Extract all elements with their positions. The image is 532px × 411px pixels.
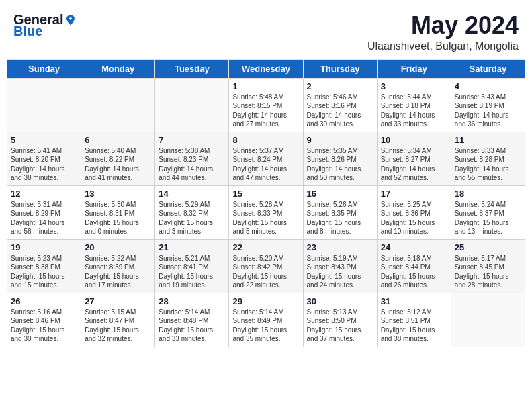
day-info: Sunrise: 5:22 AM Sunset: 8:39 PM Dayligh… (85, 254, 151, 290)
day-number: 20 (85, 242, 151, 253)
calendar-cell: 19Sunrise: 5:23 AM Sunset: 8:38 PM Dayli… (7, 239, 81, 293)
day-info: Sunrise: 5:33 AM Sunset: 8:28 PM Dayligh… (455, 146, 521, 183)
col-monday: Monday (81, 59, 155, 78)
calendar-cell: 9Sunrise: 5:35 AM Sunset: 8:26 PM Daylig… (303, 132, 377, 185)
day-info: Sunrise: 5:44 AM Sunset: 8:18 PM Dayligh… (381, 93, 447, 129)
calendar-cell: 5Sunrise: 5:41 AM Sunset: 8:20 PM Daylig… (7, 132, 81, 185)
day-number: 2 (307, 81, 373, 91)
day-info: Sunrise: 5:25 AM Sunset: 8:36 PM Dayligh… (381, 200, 447, 236)
day-number: 11 (455, 135, 521, 145)
calendar-cell: 7Sunrise: 5:38 AM Sunset: 8:23 PM Daylig… (155, 132, 229, 185)
calendar-cell: 25Sunrise: 5:17 AM Sunset: 8:45 PM Dayli… (451, 239, 525, 293)
calendar-cell: 17Sunrise: 5:25 AM Sunset: 8:36 PM Dayli… (377, 185, 451, 239)
day-info: Sunrise: 5:41 AM Sunset: 8:20 PM Dayligh… (11, 146, 77, 183)
calendar-cell: 1Sunrise: 5:48 AM Sunset: 8:15 PM Daylig… (229, 78, 303, 132)
calendar-cell (81, 78, 155, 132)
calendar-cell: 14Sunrise: 5:29 AM Sunset: 8:32 PM Dayli… (155, 185, 229, 239)
day-info: Sunrise: 5:48 AM Sunset: 8:15 PM Dayligh… (232, 93, 299, 129)
calendar-cell: 15Sunrise: 5:28 AM Sunset: 8:33 PM Dayli… (229, 185, 303, 239)
col-sunday: Sunday (7, 59, 81, 78)
calendar-cell: 20Sunrise: 5:22 AM Sunset: 8:39 PM Dayli… (81, 239, 155, 293)
day-number: 31 (381, 296, 447, 306)
day-number: 8 (232, 135, 299, 145)
day-number: 10 (381, 135, 447, 145)
day-number: 13 (85, 189, 151, 199)
calendar-cell: 3Sunrise: 5:44 AM Sunset: 8:18 PM Daylig… (377, 78, 451, 132)
day-info: Sunrise: 5:14 AM Sunset: 8:48 PM Dayligh… (159, 308, 225, 344)
day-info: Sunrise: 5:37 AM Sunset: 8:24 PM Dayligh… (232, 146, 299, 183)
day-number: 26 (11, 296, 77, 306)
day-info: Sunrise: 5:28 AM Sunset: 8:33 PM Dayligh… (232, 200, 299, 236)
calendar-cell: 18Sunrise: 5:24 AM Sunset: 8:37 PM Dayli… (451, 185, 525, 239)
calendar-cell (451, 293, 525, 347)
col-wednesday: Wednesday (229, 59, 303, 78)
day-info: Sunrise: 5:24 AM Sunset: 8:37 PM Dayligh… (455, 200, 521, 236)
day-info: Sunrise: 5:12 AM Sunset: 8:51 PM Dayligh… (381, 308, 447, 344)
day-number: 18 (455, 189, 521, 199)
day-info: Sunrise: 5:35 AM Sunset: 8:26 PM Dayligh… (307, 146, 373, 183)
day-number: 19 (11, 242, 77, 253)
calendar-week-5: 26Sunrise: 5:16 AM Sunset: 8:46 PM Dayli… (7, 293, 525, 347)
day-info: Sunrise: 5:29 AM Sunset: 8:32 PM Dayligh… (159, 200, 225, 236)
day-number: 27 (85, 296, 151, 306)
day-info: Sunrise: 5:34 AM Sunset: 8:27 PM Dayligh… (381, 146, 447, 183)
day-number: 16 (307, 189, 373, 199)
day-number: 22 (232, 242, 299, 253)
calendar-cell: 28Sunrise: 5:14 AM Sunset: 8:48 PM Dayli… (155, 293, 229, 347)
calendar-cell: 13Sunrise: 5:30 AM Sunset: 8:31 PM Dayli… (81, 185, 155, 239)
day-number: 23 (307, 242, 373, 253)
col-tuesday: Tuesday (155, 59, 229, 78)
calendar-cell: 22Sunrise: 5:20 AM Sunset: 8:42 PM Dayli… (229, 239, 303, 293)
day-info: Sunrise: 5:46 AM Sunset: 8:16 PM Dayligh… (307, 93, 373, 129)
day-info: Sunrise: 5:21 AM Sunset: 8:41 PM Dayligh… (159, 254, 225, 290)
day-info: Sunrise: 5:18 AM Sunset: 8:44 PM Dayligh… (381, 254, 447, 290)
header: General Blue May 2024 Ulaanshiveet, Bulg… (7, 7, 525, 56)
day-number: 4 (455, 81, 521, 91)
title-area: May 2024 Ulaanshiveet, Bulgan, Mongolia (367, 12, 519, 52)
col-saturday: Saturday (451, 59, 525, 78)
day-info: Sunrise: 5:26 AM Sunset: 8:35 PM Dayligh… (307, 200, 373, 236)
day-info: Sunrise: 5:38 AM Sunset: 8:23 PM Dayligh… (159, 146, 225, 183)
logo-blue-text: Blue (13, 24, 42, 39)
calendar-cell (155, 78, 229, 132)
calendar-cell: 4Sunrise: 5:43 AM Sunset: 8:19 PM Daylig… (451, 78, 525, 132)
calendar-cell: 31Sunrise: 5:12 AM Sunset: 8:51 PM Dayli… (377, 293, 451, 347)
calendar-cell: 10Sunrise: 5:34 AM Sunset: 8:27 PM Dayli… (377, 132, 451, 185)
calendar-cell: 12Sunrise: 5:31 AM Sunset: 8:29 PM Dayli… (7, 185, 81, 239)
day-info: Sunrise: 5:43 AM Sunset: 8:19 PM Dayligh… (455, 93, 521, 129)
day-info: Sunrise: 5:20 AM Sunset: 8:42 PM Dayligh… (232, 254, 299, 290)
calendar-cell: 16Sunrise: 5:26 AM Sunset: 8:35 PM Dayli… (303, 185, 377, 239)
calendar-cell: 2Sunrise: 5:46 AM Sunset: 8:16 PM Daylig… (303, 78, 377, 132)
day-number: 28 (159, 296, 225, 306)
day-number: 1 (232, 81, 299, 91)
day-info: Sunrise: 5:14 AM Sunset: 8:49 PM Dayligh… (232, 308, 299, 344)
calendar-cell: 26Sunrise: 5:16 AM Sunset: 8:46 PM Dayli… (7, 293, 81, 347)
logo-icon (64, 14, 77, 26)
day-info: Sunrise: 5:13 AM Sunset: 8:50 PM Dayligh… (307, 308, 373, 344)
day-number: 21 (159, 242, 225, 253)
col-friday: Friday (377, 59, 451, 78)
day-info: Sunrise: 5:40 AM Sunset: 8:22 PM Dayligh… (85, 146, 151, 183)
calendar-table: Sunday Monday Tuesday Wednesday Thursday… (7, 59, 525, 347)
day-number: 30 (307, 296, 373, 306)
main-title: May 2024 (367, 12, 519, 39)
day-number: 17 (381, 189, 447, 199)
col-thursday: Thursday (303, 59, 377, 78)
day-info: Sunrise: 5:30 AM Sunset: 8:31 PM Dayligh… (85, 200, 151, 236)
day-info: Sunrise: 5:31 AM Sunset: 8:29 PM Dayligh… (11, 200, 77, 236)
subtitle: Ulaanshiveet, Bulgan, Mongolia (367, 40, 519, 52)
day-number: 14 (159, 189, 225, 199)
calendar-cell: 23Sunrise: 5:19 AM Sunset: 8:43 PM Dayli… (303, 239, 377, 293)
calendar-cell: 30Sunrise: 5:13 AM Sunset: 8:50 PM Dayli… (303, 293, 377, 347)
day-info: Sunrise: 5:17 AM Sunset: 8:45 PM Dayligh… (455, 254, 521, 290)
calendar-week-2: 5Sunrise: 5:41 AM Sunset: 8:20 PM Daylig… (7, 132, 525, 185)
day-info: Sunrise: 5:23 AM Sunset: 8:38 PM Dayligh… (11, 254, 77, 290)
calendar-cell (7, 78, 81, 132)
logo: General Blue (13, 12, 77, 39)
calendar-week-1: 1Sunrise: 5:48 AM Sunset: 8:15 PM Daylig… (7, 78, 525, 132)
day-number: 5 (11, 135, 77, 145)
calendar-week-3: 12Sunrise: 5:31 AM Sunset: 8:29 PM Dayli… (7, 185, 525, 239)
calendar-week-4: 19Sunrise: 5:23 AM Sunset: 8:38 PM Dayli… (7, 239, 525, 293)
day-number: 12 (11, 189, 77, 199)
calendar-cell: 21Sunrise: 5:21 AM Sunset: 8:41 PM Dayli… (155, 239, 229, 293)
